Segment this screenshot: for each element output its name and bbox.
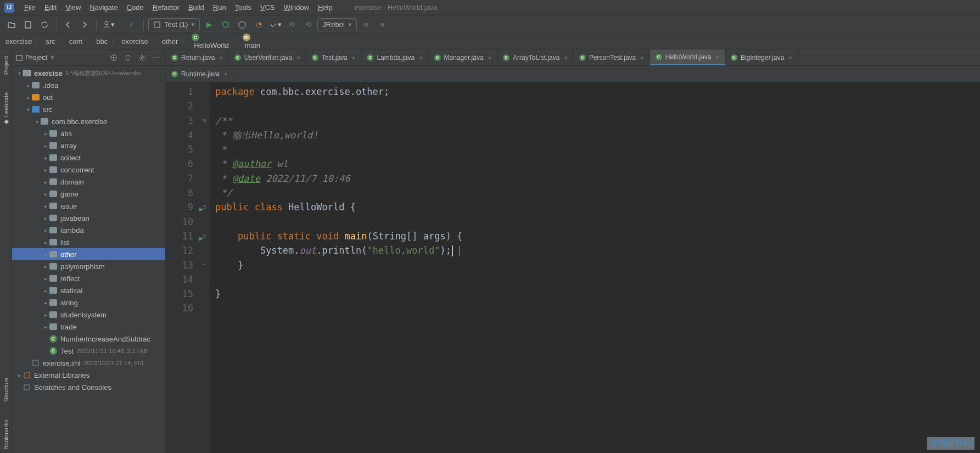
tree-reflect[interactable]: reflect — [12, 272, 165, 284]
sidetab-structure[interactable]: Structure — [3, 374, 9, 405]
tab-HelloWorld-java[interactable]: CHelloWorld.java× — [650, 49, 725, 65]
tree-root[interactable]: exerciseF:\编程数据\IDE\Java\works — [12, 67, 165, 79]
debug-icon[interactable] — [219, 18, 233, 32]
menu-view[interactable]: View — [62, 2, 84, 13]
tab-Runtime-java[interactable]: CRuntime.java× — [166, 66, 233, 82]
crumb-exercise[interactable]: exercise — [5, 37, 32, 46]
run-icon[interactable]: ▶ — [202, 18, 216, 32]
crumb-bbc[interactable]: bbc — [96, 37, 108, 46]
close-icon[interactable]: × — [352, 54, 355, 61]
close-icon[interactable]: × — [640, 54, 643, 61]
menu-build[interactable]: Build — [185, 2, 208, 13]
menu-help[interactable]: Help — [315, 2, 336, 13]
sync-icon[interactable] — [37, 18, 52, 32]
coverage-icon[interactable] — [235, 18, 249, 32]
svg-rect-11 — [24, 385, 30, 390]
tree-extlib[interactable]: External Libraries — [12, 369, 165, 381]
close-icon[interactable]: × — [224, 71, 227, 77]
menu-code[interactable]: Code — [124, 2, 147, 13]
close-icon[interactable]: × — [788, 54, 792, 61]
close-icon[interactable]: × — [219, 54, 222, 61]
close-icon[interactable]: × — [564, 54, 567, 61]
menu-run[interactable]: Run — [210, 2, 229, 13]
menu-edit[interactable]: Edit — [41, 2, 60, 13]
tab-UserVerifier-java[interactable]: CUserVerifier.java× — [229, 49, 306, 65]
stop2-icon[interactable]: ■ — [376, 18, 390, 32]
tree-iml[interactable]: exercise.iml2022/10/23 21:14, 561 — [12, 357, 165, 369]
close-icon[interactable]: × — [488, 54, 491, 61]
jrebel-dropdown[interactable]: JRebel ▾ — [317, 18, 356, 31]
tree-array[interactable]: array — [12, 139, 165, 152]
menu-file[interactable]: File — [21, 2, 39, 13]
tree-src[interactable]: src — [12, 103, 165, 115]
back-icon[interactable] — [61, 18, 75, 32]
save-icon[interactable] — [21, 18, 35, 32]
tab-ArrayToList-java[interactable]: CArrayToList.java× — [497, 49, 574, 65]
tree-list[interactable]: list — [12, 236, 165, 248]
open-icon[interactable] — [4, 18, 19, 32]
tab-Lambda-java[interactable]: CLambda.java× — [361, 49, 428, 65]
crumb-exercise[interactable]: exercise — [121, 37, 148, 46]
tree-pkg[interactable]: com.bbc.exercise — [12, 115, 165, 127]
expand-all-icon[interactable] — [122, 52, 133, 63]
code-content[interactable]: package com.bbc.exercise.other; /** * 输出… — [210, 82, 980, 453]
crumb-src[interactable]: src — [46, 37, 55, 46]
vcs-update-icon[interactable]: ✓ — [125, 18, 139, 32]
crumb-main[interactable]: mmain — [243, 33, 260, 49]
close-icon[interactable]: × — [419, 54, 422, 61]
forward-icon[interactable] — [77, 18, 92, 32]
tab-PersonTest-java[interactable]: CPersonTest.java× — [574, 49, 650, 65]
run-config-dropdown[interactable]: Test (1) ▾ — [148, 18, 200, 31]
crumb-com[interactable]: com — [69, 37, 83, 46]
tree-scratches[interactable]: Scratches and Consoles — [12, 381, 165, 393]
menu-tools[interactable]: Tools — [232, 2, 255, 13]
tree-other[interactable]: other — [12, 248, 165, 260]
tree-studentsystem[interactable]: studentsystem — [12, 309, 165, 321]
tree-abs[interactable]: abs — [12, 127, 165, 139]
tree-statical[interactable]: statical — [12, 284, 165, 297]
sidetab-leetcode[interactable]: ◆ Leetcode — [2, 89, 9, 129]
crumb-other[interactable]: other — [162, 37, 178, 46]
tree-idea[interactable]: .idea — [12, 79, 165, 91]
menu-navigate[interactable]: Navigate — [86, 2, 121, 13]
project-tree[interactable]: exerciseF:\编程数据\IDE\Java\works.ideaoutsr… — [12, 66, 165, 453]
code-editor[interactable]: 123456789▶1011▶1213141516 ⊟⌐⊟⊟⌐ package … — [166, 82, 980, 453]
project-panel-title[interactable]: Project ▾ — [15, 53, 105, 61]
tab-Manager-java[interactable]: CManager.java× — [429, 49, 497, 65]
tree-issue[interactable]: issue — [12, 200, 165, 212]
jrebel-debug-icon[interactable]: ⟲ — [301, 18, 315, 32]
sidetab-project[interactable]: Project — [3, 53, 9, 78]
jrebel-run-icon[interactable]: ⟲ — [284, 18, 299, 32]
tree-game[interactable]: game — [12, 188, 165, 200]
tree-collect[interactable]: collect — [12, 152, 165, 164]
gear-icon[interactable] — [137, 52, 148, 63]
attach-icon[interactable]: ▾ — [268, 18, 282, 32]
profile-icon[interactable]: ◔ — [251, 18, 266, 32]
menu-vcs[interactable]: VCS — [257, 2, 278, 13]
main-area: Project ◆ Leetcode Structure Bookmarks P… — [0, 49, 980, 453]
tree-domain[interactable]: domain — [12, 176, 165, 188]
sidetab-bookmarks[interactable]: Bookmarks — [3, 416, 9, 453]
tab-BigInteger-java[interactable]: CBigInteger.java× — [725, 49, 798, 65]
avatar-icon[interactable]: ▾ — [101, 18, 115, 32]
select-opened-icon[interactable] — [108, 52, 119, 63]
hide-icon[interactable]: — — [151, 52, 162, 63]
tree-lambda[interactable]: lambda — [12, 224, 165, 236]
close-icon[interactable]: × — [296, 54, 300, 61]
tree-test[interactable]: CTest2022/11/11 10:43, 2.17 kB — [12, 345, 165, 357]
tree-trade[interactable]: trade — [12, 321, 165, 333]
crumb-HelloWorld[interactable]: CHelloWorld — [192, 33, 228, 49]
menu-window[interactable]: Window — [281, 2, 312, 13]
tree-out[interactable]: out — [12, 91, 165, 103]
menu-refactor[interactable]: Refactor — [149, 2, 183, 13]
tab-Return-java[interactable]: CReturn.java× — [166, 49, 229, 65]
tree-polymorphism[interactable]: polymorphism — [12, 260, 165, 272]
tree-numberincrease[interactable]: CNumberIncreaseAndSubtrac — [12, 333, 165, 345]
tree-string[interactable]: string — [12, 297, 165, 309]
tab-Test-java[interactable]: CTest.java× — [306, 49, 362, 65]
stop-icon[interactable]: ■ — [359, 18, 373, 32]
tree-concurrent[interactable]: concurrent — [12, 164, 165, 176]
run-config-label: Test (1) — [164, 20, 188, 29]
close-icon[interactable]: × — [716, 54, 719, 60]
tree-javabean[interactable]: javabean — [12, 212, 165, 224]
